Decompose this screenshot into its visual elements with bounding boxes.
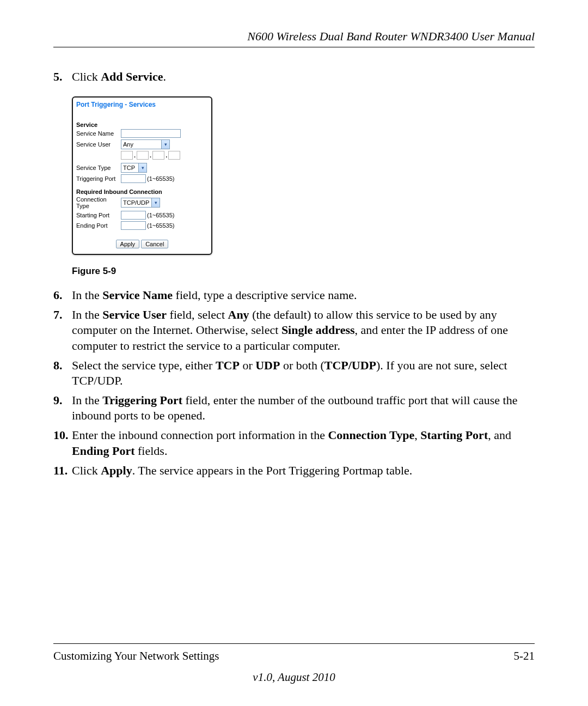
step-number: 6. <box>53 288 72 303</box>
ip-octet-3[interactable] <box>152 151 164 160</box>
label-ending-port: Ending Port <box>76 222 121 229</box>
step-body: In the Service Name field, type a descri… <box>72 288 535 303</box>
step-body: Select the service type, either TCP or U… <box>72 358 535 388</box>
step-number: 10. <box>53 428 72 443</box>
label-service-type: Service Type <box>76 165 121 171</box>
bold-text: Add Service <box>101 70 163 83</box>
row-triggering-port: Triggering Port (1~65535) <box>76 174 208 183</box>
row-ip-address: . . . <box>121 151 208 160</box>
label-service-user: Service User <box>76 141 121 148</box>
step-body: In the Triggering Port field, enter the … <box>72 393 535 423</box>
service-user-select[interactable]: Any ▾ <box>121 139 170 149</box>
step-10: 10. Enter the inbound connection port in… <box>53 428 535 458</box>
bold-text: TCP <box>216 358 240 372</box>
text: . <box>163 70 166 83</box>
row-service-type: Service Type TCP ▾ <box>76 163 208 173</box>
footer-version: v1.0, August 2010 <box>53 671 535 684</box>
bold-text: Any <box>228 308 249 321</box>
text: Click <box>72 464 101 477</box>
triggering-port-input[interactable] <box>121 174 146 183</box>
bold-text: Starting Port <box>420 428 488 442</box>
dot: . <box>149 152 152 159</box>
text: or <box>240 358 255 372</box>
row-connection-type: Connection Type TCP/UDP ▾ <box>76 196 208 209</box>
step-number: 9. <box>53 393 72 408</box>
step-11: 11. Click Apply. The service appears in … <box>53 463 535 478</box>
row-service-user: Service User Any ▾ <box>76 139 208 149</box>
dot: . <box>133 152 137 159</box>
text: In the <box>72 393 102 407</box>
apply-button[interactable]: Apply <box>116 240 140 248</box>
screenshot-port-triggering: Port Triggering - Services Service Servi… <box>72 96 212 255</box>
ending-port-input[interactable] <box>121 221 146 230</box>
text: field, type a descriptive service name. <box>173 288 357 302</box>
text: or both ( <box>280 358 324 372</box>
bold-text: Service User <box>102 308 167 321</box>
bold-text: Apply <box>101 464 132 477</box>
button-row: Apply Cancel <box>76 240 208 248</box>
figure-caption: Figure 5-9 <box>72 266 535 277</box>
starting-port-input[interactable] <box>121 211 146 220</box>
bold-text: Triggering Port <box>102 393 182 407</box>
step-body: In the Service User field, select Any (t… <box>72 307 535 353</box>
select-value: TCP <box>123 165 135 171</box>
bold-text: Service Name <box>102 288 173 302</box>
label-starting-port: Starting Port <box>76 212 121 218</box>
step-7: 7. In the Service User field, select Any… <box>53 307 535 353</box>
text: In the <box>72 288 102 302</box>
step-body: Enter the inbound connection port inform… <box>72 428 535 458</box>
footer-page-number: 5-21 <box>514 649 535 663</box>
bold-text: UDP <box>255 358 280 372</box>
step-body: Click Add Service. <box>72 69 535 84</box>
text: . The service appears in the Port Trigge… <box>132 464 413 477</box>
service-type-select[interactable]: TCP ▾ <box>121 163 147 173</box>
step-number: 7. <box>53 307 72 322</box>
text: , <box>414 428 420 442</box>
select-value: Any <box>123 141 133 148</box>
select-value: TCP/UDP <box>123 199 149 206</box>
dot: . <box>164 152 168 159</box>
ip-octet-4[interactable] <box>168 151 180 160</box>
text: fields. <box>135 444 168 458</box>
bold-text: Connection Type <box>328 428 414 442</box>
step-number: 11. <box>53 463 72 478</box>
section-inbound: Required Inbound Connection <box>76 188 208 195</box>
page-footer: Customizing Your Network Settings 5-21 v… <box>53 643 535 684</box>
step-number: 8. <box>53 358 72 373</box>
text: In the <box>72 308 102 321</box>
label-connection-type: Connection Type <box>76 196 121 209</box>
step-5: 5. Click Add Service. <box>53 69 535 84</box>
range-hint: (1~65535) <box>147 222 174 229</box>
row-starting-port: Starting Port (1~65535) <box>76 211 208 220</box>
bold-text: Single address <box>281 323 355 337</box>
step-8: 8. Select the service type, either TCP o… <box>53 358 535 388</box>
chevron-down-icon: ▾ <box>138 163 146 172</box>
text: field, select <box>167 308 228 321</box>
range-hint: (1~65535) <box>147 212 174 218</box>
row-ending-port: Ending Port (1~65535) <box>76 221 208 230</box>
chevron-down-icon: ▾ <box>161 140 169 149</box>
section-service: Service <box>76 121 208 128</box>
footer-rule <box>53 643 535 644</box>
bold-text: Ending Port <box>72 444 135 458</box>
step-9: 9. In the Triggering Port field, enter t… <box>53 393 535 423</box>
chevron-down-icon: ▾ <box>151 198 160 207</box>
footer-section: Customizing Your Network Settings <box>53 649 219 663</box>
text: Enter the inbound connection port inform… <box>72 428 328 442</box>
text: Select the service type, either <box>72 358 216 372</box>
page-header-title: N600 Wireless Dual Band Router WNDR3400 … <box>53 29 535 44</box>
connection-type-select[interactable]: TCP/UDP ▾ <box>121 198 160 208</box>
service-name-input[interactable] <box>121 129 181 138</box>
range-hint: (1~65535) <box>147 175 174 182</box>
ip-octet-2[interactable] <box>137 151 149 160</box>
step-number: 5. <box>53 69 72 84</box>
step-6: 6. In the Service Name field, type a des… <box>53 288 535 303</box>
cancel-button[interactable]: Cancel <box>141 240 168 248</box>
screenshot-title: Port Triggering - Services <box>76 101 208 108</box>
step-body: Click Apply. The service appears in the … <box>72 463 535 478</box>
ip-octet-1[interactable] <box>121 151 133 160</box>
row-service-name: Service Name <box>76 129 208 138</box>
text: , and <box>488 428 511 442</box>
label-triggering-port: Triggering Port <box>76 175 121 182</box>
text: Click <box>72 70 101 83</box>
